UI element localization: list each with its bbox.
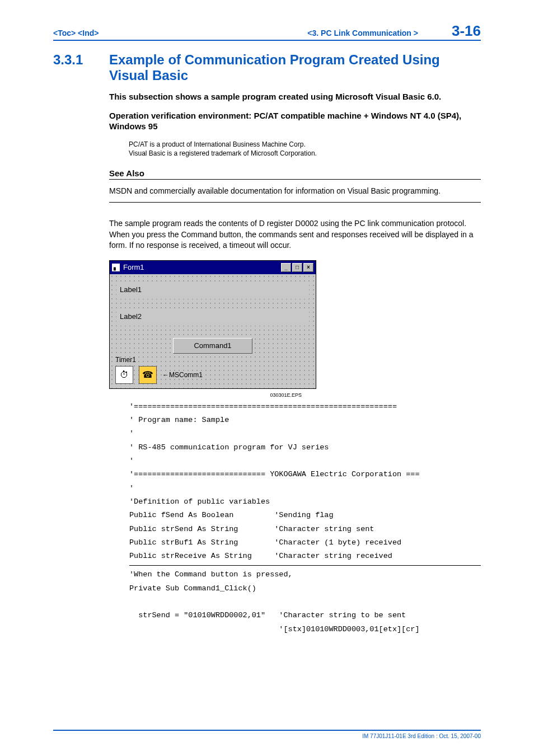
- titlebar: ▖ Form1 _ □ ×: [110, 261, 316, 274]
- intro-line-2: Operation verification environment: PC/A…: [109, 110, 481, 132]
- form-title: Form1: [123, 263, 144, 271]
- code-block-2: 'When the Command button is pressed, Pri…: [129, 568, 481, 636]
- toc-link[interactable]: <Toc>: [53, 29, 76, 37]
- page-header: <Toc> <Ind> <3. PC Link Communication > …: [53, 22, 481, 41]
- command1-button[interactable]: Command1: [173, 338, 252, 354]
- code-block-1: '=======================================…: [129, 400, 481, 564]
- trademark-line-1: PC/AT is a product of International Busi…: [129, 140, 481, 149]
- minimize-button[interactable]: _: [281, 263, 291, 272]
- body-paragraph: The sample program reads the contents of…: [109, 218, 481, 251]
- page-number: 3-16: [452, 22, 481, 40]
- form-icon: ▖: [112, 264, 120, 271]
- vb-form-designer: ▖ Form1 _ □ × Label1 Label2 Command1 Tim…: [109, 260, 316, 389]
- close-button[interactable]: ×: [303, 263, 313, 272]
- maximize-button[interactable]: □: [292, 263, 302, 272]
- mscomm-icon[interactable]: ☎: [139, 366, 157, 384]
- page-footer: IM 77J01J11-01E 3rd Edition : Oct. 15, 2…: [53, 730, 481, 739]
- see-also-heading: See Also: [109, 168, 481, 180]
- code-separator: [129, 565, 481, 566]
- mscomm-label: ←MSComm1: [162, 371, 203, 379]
- breadcrumb[interactable]: <3. PC Link Communication >: [307, 29, 418, 37]
- ind-link[interactable]: <Ind>: [78, 29, 99, 37]
- label2-control[interactable]: Label2: [116, 311, 309, 326]
- timer1-label: Timer1: [115, 356, 136, 364]
- trademark-line-2: Visual Basic is a registered trademark o…: [129, 149, 481, 158]
- section-number: 3.3.1: [53, 52, 109, 83]
- timer-icon[interactable]: ⏱: [115, 366, 133, 384]
- figure-filename: 030301E.EPS: [109, 392, 302, 398]
- label1-control[interactable]: Label1: [116, 284, 309, 299]
- see-also-text: MSDN and commercially available document…: [109, 186, 481, 203]
- intro-line-1: This subsection shows a sample program c…: [109, 91, 481, 102]
- section-title: Example of Communication Program Created…: [109, 52, 481, 83]
